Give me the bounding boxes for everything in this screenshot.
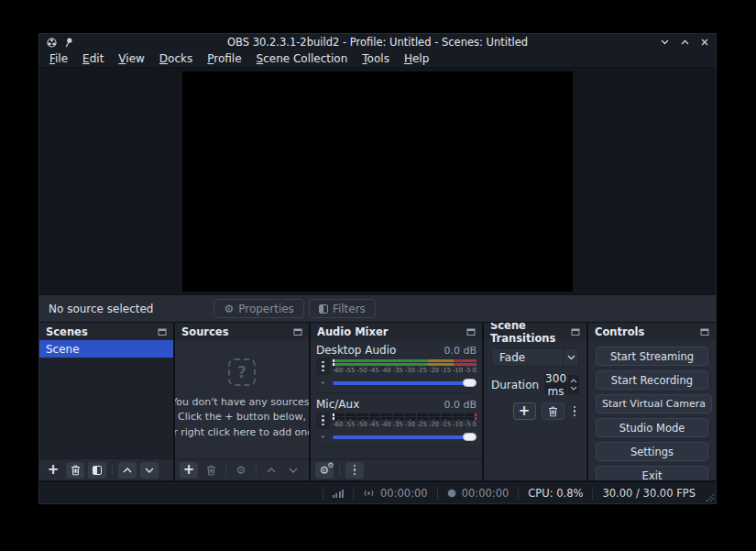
resize-grip-icon[interactable] — [705, 492, 714, 501]
slider-handle[interactable] — [463, 433, 477, 441]
transition-menu-kebab-icon[interactable] — [570, 404, 580, 419]
add-transition-button[interactable]: + — [513, 402, 536, 420]
pin-icon[interactable] — [64, 34, 73, 51]
advanced-audio-properties-button[interactable]: ⚙⚙ — [315, 462, 334, 479]
studio-mode-button[interactable]: Studio Mode — [596, 418, 708, 437]
window-maximize-icon[interactable] — [681, 39, 689, 45]
spin-up-icon[interactable] — [570, 379, 577, 383]
program-canvas[interactable] — [182, 72, 573, 292]
toolbar-separator — [225, 464, 226, 476]
scene-transitions-panel: Scene Transitions Fade Duration — [484, 323, 586, 480]
popout-icon[interactable] — [293, 327, 302, 336]
speaker-icon[interactable] — [316, 431, 330, 443]
scene-move-up-button[interactable] — [118, 462, 137, 479]
gear-icon: ⚙ — [236, 465, 247, 476]
spin-down-icon[interactable] — [570, 386, 577, 391]
mixer-channel-desktop-audio: Desktop Audio 0.0 dB -60-55-50-45-40-35-… — [316, 344, 477, 393]
transition-select[interactable]: Fade — [491, 347, 579, 367]
scene-move-down-button[interactable] — [140, 462, 159, 479]
menu-tools[interactable]: Tools — [355, 51, 397, 66]
sources-empty-state[interactable]: ? You don't have any sources. Click the … — [175, 340, 309, 458]
start-streaming-button[interactable]: Start Streaming — [596, 347, 708, 366]
scenes-panel-header: Scenes — [39, 323, 173, 340]
stream-timer: 00:00:00 — [354, 487, 437, 500]
menu-scene-collection[interactable]: Scene Collection — [249, 51, 356, 66]
start-recording-button[interactable]: Start Recording — [596, 370, 708, 390]
scenes-panel: Scenes Scene + — [39, 323, 173, 480]
source-properties-button[interactable]: ⚙ — [232, 462, 250, 479]
volume-slider[interactable] — [333, 431, 477, 443]
sources-panel-header: Sources — [175, 323, 309, 340]
menu-profile[interactable]: Profile — [200, 51, 248, 66]
channel-name: Mic/Aux — [316, 398, 359, 411]
scene-filters-icon — [93, 466, 102, 475]
window-shade-icon[interactable] — [661, 39, 669, 45]
volume-meter — [333, 413, 477, 420]
popout-icon[interactable] — [158, 327, 167, 336]
add-source-button[interactable]: + — [180, 462, 198, 479]
stream-time: 00:00:00 — [380, 487, 428, 500]
filters-icon — [319, 304, 328, 314]
duration-value: 300 ms — [544, 372, 567, 398]
filters-button[interactable]: Filters — [309, 299, 376, 318]
trash-icon — [71, 465, 81, 476]
sources-empty-line: You don't have any sources. — [175, 395, 309, 411]
cpu-usage: CPU: 0.8% — [519, 487, 592, 500]
popout-icon[interactable] — [466, 327, 476, 336]
channel-level: 0.0 dB — [444, 399, 477, 411]
slider-handle[interactable] — [463, 379, 477, 387]
scene-list-item[interactable]: Scene — [39, 340, 173, 358]
properties-button-label: Properties — [238, 303, 294, 315]
menu-view[interactable]: View — [111, 51, 151, 66]
chevron-up-icon — [123, 468, 132, 473]
controls-panel: Controls Start Streaming Start Recording… — [588, 323, 716, 480]
speaker-icon[interactable] — [316, 377, 330, 389]
record-time: 00:00:00 — [462, 487, 509, 500]
remove-source-button[interactable] — [202, 462, 220, 479]
properties-button[interactable]: ⚙ Properties — [214, 299, 303, 318]
record-dot-icon — [447, 489, 456, 498]
exit-button[interactable]: Exit — [596, 466, 708, 480]
question-mark-icon: ? — [228, 358, 256, 386]
menu-help[interactable]: Help — [397, 51, 436, 66]
scene-transitions-header: Scene Transitions — [484, 323, 586, 340]
trash-icon — [206, 465, 216, 476]
audio-mixer-panel: Audio Mixer Desktop Audio 0.0 dB — [311, 323, 482, 480]
fps-indicator: 30.00 / 30.00 FPS — [593, 487, 705, 500]
controls-body: Start Streaming Start Recording Start Vi… — [588, 340, 716, 480]
channel-menu-kebab-icon[interactable] — [316, 412, 330, 429]
source-move-up-button[interactable] — [262, 462, 280, 479]
double-gear-icon: ⚙⚙ — [320, 465, 330, 476]
start-virtual-camera-button[interactable]: Start Virtual Camera — [596, 394, 712, 413]
mixer-menu-kebab-icon[interactable] — [345, 462, 364, 479]
chevron-up-icon — [267, 468, 276, 473]
volume-slider[interactable] — [333, 377, 477, 389]
remove-transition-button[interactable] — [542, 402, 564, 420]
sources-empty-line: or right click here to add one. — [175, 425, 309, 441]
scene-transitions-body: Fade Duration 300 ms — [484, 340, 586, 480]
source-move-down-button[interactable] — [284, 462, 302, 479]
channel-menu-kebab-icon[interactable] — [316, 358, 330, 375]
settings-button[interactable]: Settings — [596, 442, 708, 461]
volume-meter — [333, 359, 477, 366]
gear-icon: ⚙ — [224, 303, 234, 314]
duration-spinbox[interactable]: 300 ms — [544, 375, 579, 394]
window-titlebar: OBS 30.2.3.1-2build2 - Profile: Untitled… — [39, 34, 716, 50]
menu-edit[interactable]: Edit — [75, 51, 111, 66]
chevron-down-icon — [289, 468, 298, 473]
mixer-channel-mic-aux: Mic/Aux 0.0 dB -60-55-50-45-40-35-30-25-… — [316, 398, 477, 447]
plus-icon: + — [183, 463, 195, 477]
sources-toolbar: + ⚙ — [175, 458, 309, 480]
menu-file[interactable]: File — [42, 51, 75, 66]
obs-window: OBS 30.2.3.1-2build2 - Profile: Untitled… — [38, 33, 717, 504]
menu-bar: File Edit View Docks Profile Scene Colle… — [39, 50, 716, 68]
window-close-icon[interactable] — [701, 39, 708, 46]
scene-filters-button[interactable] — [88, 462, 106, 479]
popout-icon[interactable] — [571, 327, 580, 336]
popout-icon[interactable] — [700, 327, 709, 336]
menu-docks[interactable]: Docks — [152, 51, 200, 66]
add-scene-button[interactable]: + — [44, 462, 62, 479]
remove-scene-button[interactable] — [66, 462, 84, 479]
db-scale: -60-55-50-45-40-35-30-25-20-15-10-50 — [333, 367, 477, 374]
channel-level: 0.0 dB — [444, 345, 477, 357]
